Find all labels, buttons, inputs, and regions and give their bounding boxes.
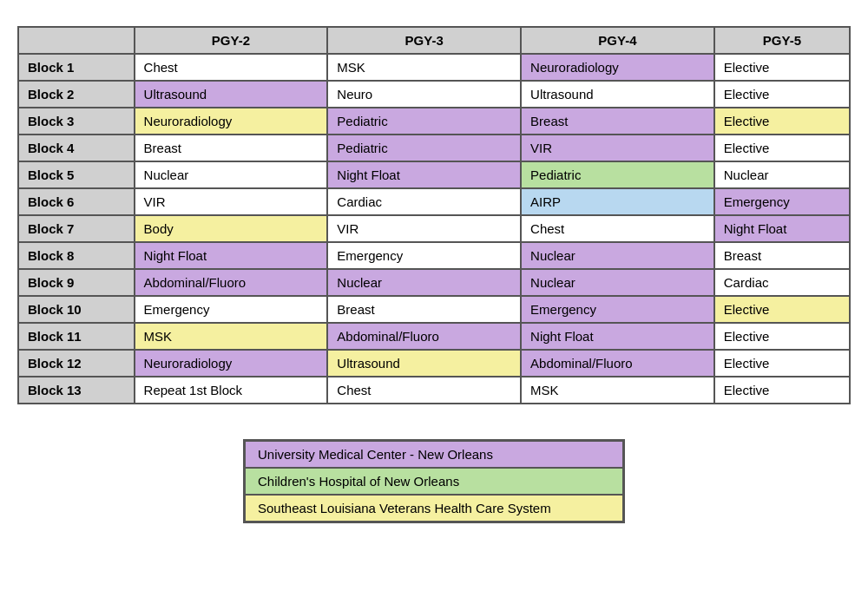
cell-3-pgy2: Neuroradiology xyxy=(135,108,328,135)
cell-6-pgy4: AIRP xyxy=(521,188,714,215)
block-label-7: Block 7 xyxy=(18,215,135,242)
cell-9-pgy2: Abdominal/Fluoro xyxy=(135,269,328,296)
cell-5-pgy2: Nuclear xyxy=(135,161,328,188)
cell-11-pgy2: MSK xyxy=(135,323,328,350)
cell-8-pgy4: Nuclear xyxy=(521,242,714,269)
cell-13-pgy2: Repeat 1st Block xyxy=(135,377,328,404)
header-pgy4: PGY-4 xyxy=(521,27,714,54)
cell-3-pgy4: Breast xyxy=(521,108,714,135)
legend-item-0: University Medical Center - New Orleans xyxy=(245,441,623,468)
cell-13-pgy5: Elective xyxy=(714,377,850,404)
cell-1-pgy5: Elective xyxy=(714,54,850,81)
cell-2-pgy2: Ultrasound xyxy=(135,81,328,108)
cell-9-pgy4: Nuclear xyxy=(521,269,714,296)
cell-5-pgy5: Nuclear xyxy=(714,161,850,188)
block-label-10: Block 10 xyxy=(18,296,135,323)
block-label-6: Block 6 xyxy=(18,188,135,215)
header-pgy3: PGY-3 xyxy=(327,27,521,54)
block-label-3: Block 3 xyxy=(18,108,135,135)
block-label-1: Block 1 xyxy=(18,54,135,81)
table-row: Block 6VIRCardiacAIRPEmergency xyxy=(18,188,850,215)
table-row: Block 2UltrasoundNeuroUltrasoundElective xyxy=(18,81,850,108)
cell-4-pgy2: Breast xyxy=(135,135,328,161)
cell-2-pgy3: Neuro xyxy=(327,81,521,108)
table-row: Block 4BreastPediatricVIRElective xyxy=(18,135,850,161)
table-row: Block 13Repeat 1st BlockChestMSKElective xyxy=(18,377,850,404)
table-row: Block 12NeuroradiologyUltrasoundAbdomina… xyxy=(18,350,850,377)
table-row: Block 8Night FloatEmergencyNuclearBreast xyxy=(18,242,850,269)
block-label-9: Block 9 xyxy=(18,269,135,296)
table-row: Block 10EmergencyBreastEmergencyElective xyxy=(18,296,850,323)
cell-10-pgy2: Emergency xyxy=(135,296,328,323)
cell-11-pgy3: Abdominal/Fluoro xyxy=(327,323,521,350)
cell-7-pgy3: VIR xyxy=(327,215,521,242)
cell-7-pgy5: Night Float xyxy=(714,215,850,242)
cell-1-pgy4: Neuroradiology xyxy=(521,54,714,81)
block-label-8: Block 8 xyxy=(18,242,135,269)
cell-13-pgy4: MSK xyxy=(521,377,714,404)
cell-9-pgy5: Cardiac xyxy=(714,269,850,296)
table-row: Block 3NeuroradiologyPediatricBreastElec… xyxy=(18,108,850,135)
block-label-4: Block 4 xyxy=(18,135,135,161)
header-pgy5: PGY-5 xyxy=(714,27,850,54)
cell-2-pgy5: Elective xyxy=(714,81,850,108)
cell-6-pgy2: VIR xyxy=(135,188,328,215)
legend-wrapper: University Medical Center - New OrleansC… xyxy=(243,439,625,523)
cell-7-pgy4: Chest xyxy=(521,215,714,242)
block-label-11: Block 11 xyxy=(18,323,135,350)
cell-13-pgy3: Chest xyxy=(327,377,521,404)
cell-7-pgy2: Body xyxy=(135,215,328,242)
cell-2-pgy4: Ultrasound xyxy=(521,81,714,108)
cell-8-pgy5: Breast xyxy=(714,242,850,269)
table-row: Block 7BodyVIRChestNight Float xyxy=(18,215,850,242)
block-label-2: Block 2 xyxy=(18,81,135,108)
cell-10-pgy5: Elective xyxy=(714,296,850,323)
header-pgy2: PGY-2 xyxy=(135,27,328,54)
table-row: Block 9Abdominal/FluoroNuclearNuclearCar… xyxy=(18,269,850,296)
cell-4-pgy5: Elective xyxy=(714,135,850,161)
cell-5-pgy4: Pediatric xyxy=(521,161,714,188)
cell-9-pgy3: Nuclear xyxy=(327,269,521,296)
block-label-12: Block 12 xyxy=(18,350,135,377)
cell-12-pgy2: Neuroradiology xyxy=(135,350,328,377)
cell-12-pgy4: Abdominal/Fluoro xyxy=(521,350,714,377)
cell-4-pgy3: Pediatric xyxy=(327,135,521,161)
cell-12-pgy3: Ultrasound xyxy=(327,350,521,377)
cell-6-pgy5: Emergency xyxy=(714,188,850,215)
cell-11-pgy5: Elective xyxy=(714,323,850,350)
cell-10-pgy3: Breast xyxy=(327,296,521,323)
block-label-5: Block 5 xyxy=(18,161,135,188)
header-empty xyxy=(18,27,135,54)
cell-8-pgy2: Night Float xyxy=(135,242,328,269)
cell-5-pgy3: Night Float xyxy=(327,161,521,188)
table-row: Block 1ChestMSKNeuroradiologyElective xyxy=(18,54,850,81)
legend-item-1: Children's Hospital of New Orleans xyxy=(245,468,623,495)
cell-3-pgy5: Elective xyxy=(714,108,850,135)
cell-4-pgy4: VIR xyxy=(521,135,714,161)
block-label-13: Block 13 xyxy=(18,377,135,404)
table-row: Block 11MSKAbdominal/FluoroNight FloatEl… xyxy=(18,323,850,350)
legend-item-2: Southeast Louisiana Veterans Health Care… xyxy=(245,495,623,522)
cell-3-pgy3: Pediatric xyxy=(327,108,521,135)
cell-12-pgy5: Elective xyxy=(714,350,850,377)
cell-10-pgy4: Emergency xyxy=(521,296,714,323)
schedule-table: PGY-2PGY-3PGY-4PGY-5 Block 1ChestMSKNeur… xyxy=(17,26,851,404)
cell-6-pgy3: Cardiac xyxy=(327,188,521,215)
cell-11-pgy4: Night Float xyxy=(521,323,714,350)
table-row: Block 5NuclearNight FloatPediatricNuclea… xyxy=(18,161,850,188)
schedule-table-wrapper: PGY-2PGY-3PGY-4PGY-5 Block 1ChestMSKNeur… xyxy=(17,26,851,404)
cell-8-pgy3: Emergency xyxy=(327,242,521,269)
cell-1-pgy2: Chest xyxy=(135,54,328,81)
cell-1-pgy3: MSK xyxy=(327,54,521,81)
